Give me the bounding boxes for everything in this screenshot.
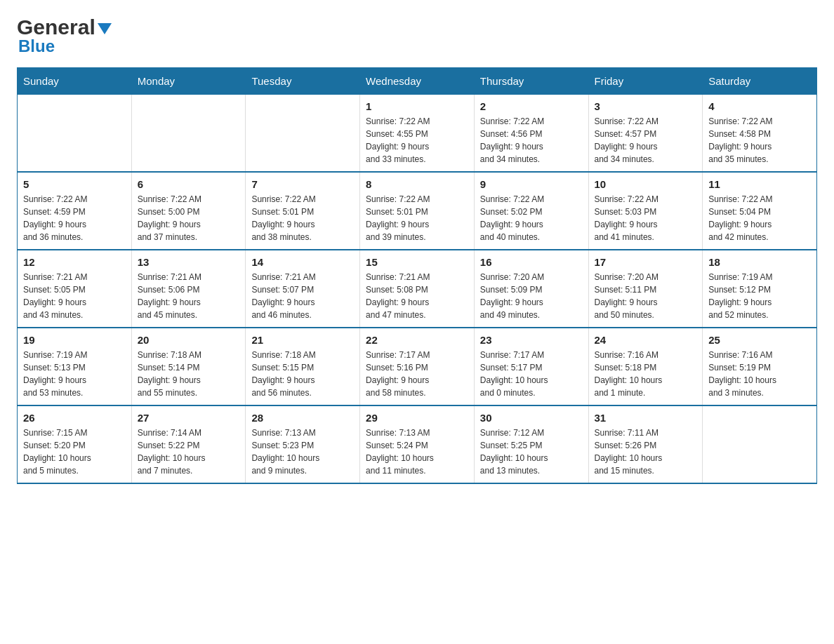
day-info: Sunrise: 7:21 AM Sunset: 5:06 PM Dayligh… — [138, 271, 240, 321]
week-row-5: 26Sunrise: 7:15 AM Sunset: 5:20 PM Dayli… — [18, 405, 817, 483]
logo-general-text: General — [17, 17, 95, 38]
day-info: Sunrise: 7:21 AM Sunset: 5:05 PM Dayligh… — [23, 271, 126, 321]
day-info: Sunrise: 7:22 AM Sunset: 5:00 PM Dayligh… — [138, 193, 240, 243]
logo-triangle-icon — [98, 23, 112, 34]
calendar-cell: 7Sunrise: 7:22 AM Sunset: 5:01 PM Daylig… — [246, 172, 360, 250]
calendar-cell: 16Sunrise: 7:20 AM Sunset: 5:09 PM Dayli… — [474, 250, 588, 328]
day-header-thursday: Thursday — [474, 68, 588, 95]
calendar-cell: 27Sunrise: 7:14 AM Sunset: 5:22 PM Dayli… — [131, 405, 246, 483]
calendar-cell: 11Sunrise: 7:22 AM Sunset: 5:04 PM Dayli… — [703, 172, 817, 250]
calendar-cell: 26Sunrise: 7:15 AM Sunset: 5:20 PM Dayli… — [18, 405, 132, 483]
day-info: Sunrise: 7:22 AM Sunset: 4:59 PM Dayligh… — [23, 193, 126, 243]
week-row-1: 1Sunrise: 7:22 AM Sunset: 4:55 PM Daylig… — [18, 95, 817, 173]
day-number: 11 — [708, 178, 811, 190]
day-info: Sunrise: 7:22 AM Sunset: 4:57 PM Dayligh… — [595, 115, 697, 166]
day-info: Sunrise: 7:11 AM Sunset: 5:26 PM Dayligh… — [595, 427, 697, 477]
day-number: 30 — [480, 412, 583, 424]
calendar-cell — [18, 95, 132, 173]
day-info: Sunrise: 7:20 AM Sunset: 5:11 PM Dayligh… — [595, 271, 697, 321]
day-info: Sunrise: 7:14 AM Sunset: 5:22 PM Dayligh… — [138, 427, 240, 477]
day-number: 3 — [595, 100, 697, 112]
calendar-body: 1Sunrise: 7:22 AM Sunset: 4:55 PM Daylig… — [18, 95, 817, 484]
day-number: 9 — [480, 178, 583, 190]
day-number: 25 — [708, 334, 811, 346]
day-header-tuesday: Tuesday — [246, 68, 360, 95]
day-info: Sunrise: 7:16 AM Sunset: 5:19 PM Dayligh… — [708, 349, 811, 399]
day-number: 22 — [366, 334, 468, 346]
calendar-cell: 6Sunrise: 7:22 AM Sunset: 5:00 PM Daylig… — [131, 172, 246, 250]
day-number: 28 — [251, 412, 354, 424]
day-number: 26 — [23, 412, 126, 424]
day-number: 4 — [708, 100, 811, 112]
calendar-cell — [246, 95, 360, 173]
day-number: 18 — [708, 256, 811, 268]
page-header: General Blue — [17, 17, 817, 56]
day-number: 16 — [480, 256, 583, 268]
calendar-cell: 31Sunrise: 7:11 AM Sunset: 5:26 PM Dayli… — [588, 405, 703, 483]
day-info: Sunrise: 7:17 AM Sunset: 5:16 PM Dayligh… — [366, 349, 468, 399]
calendar-cell: 22Sunrise: 7:17 AM Sunset: 5:16 PM Dayli… — [360, 328, 475, 405]
calendar-cell: 19Sunrise: 7:19 AM Sunset: 5:13 PM Dayli… — [18, 328, 132, 405]
calendar-table: SundayMondayTuesdayWednesdayThursdayFrid… — [17, 67, 817, 484]
day-header-row: SundayMondayTuesdayWednesdayThursdayFrid… — [18, 68, 817, 95]
day-number: 17 — [595, 256, 697, 268]
calendar-cell: 13Sunrise: 7:21 AM Sunset: 5:06 PM Dayli… — [131, 250, 246, 328]
calendar-cell: 18Sunrise: 7:19 AM Sunset: 5:12 PM Dayli… — [703, 250, 817, 328]
day-info: Sunrise: 7:19 AM Sunset: 5:12 PM Dayligh… — [708, 271, 811, 321]
day-info: Sunrise: 7:16 AM Sunset: 5:18 PM Dayligh… — [595, 349, 697, 399]
day-info: Sunrise: 7:18 AM Sunset: 5:14 PM Dayligh… — [138, 349, 240, 399]
day-number: 2 — [480, 100, 583, 112]
day-header-monday: Monday — [131, 68, 246, 95]
week-row-4: 19Sunrise: 7:19 AM Sunset: 5:13 PM Dayli… — [18, 328, 817, 405]
calendar-cell: 10Sunrise: 7:22 AM Sunset: 5:03 PM Dayli… — [588, 172, 703, 250]
calendar-cell: 14Sunrise: 7:21 AM Sunset: 5:07 PM Dayli… — [246, 250, 360, 328]
day-number: 27 — [138, 412, 240, 424]
day-number: 7 — [251, 178, 354, 190]
calendar-cell: 24Sunrise: 7:16 AM Sunset: 5:18 PM Dayli… — [588, 328, 703, 405]
day-info: Sunrise: 7:22 AM Sunset: 5:04 PM Dayligh… — [708, 193, 811, 243]
day-number: 24 — [595, 334, 697, 346]
day-number: 12 — [23, 256, 126, 268]
day-header-saturday: Saturday — [703, 68, 817, 95]
logo: General Blue — [17, 17, 112, 56]
day-number: 23 — [480, 334, 583, 346]
day-info: Sunrise: 7:13 AM Sunset: 5:23 PM Dayligh… — [251, 427, 354, 477]
calendar-cell: 2Sunrise: 7:22 AM Sunset: 4:56 PM Daylig… — [474, 95, 588, 173]
day-info: Sunrise: 7:21 AM Sunset: 5:07 PM Dayligh… — [251, 271, 354, 321]
calendar-cell: 9Sunrise: 7:22 AM Sunset: 5:02 PM Daylig… — [474, 172, 588, 250]
day-info: Sunrise: 7:20 AM Sunset: 5:09 PM Dayligh… — [480, 271, 583, 321]
day-number: 6 — [138, 178, 240, 190]
calendar-header: SundayMondayTuesdayWednesdayThursdayFrid… — [18, 68, 817, 95]
day-info: Sunrise: 7:18 AM Sunset: 5:15 PM Dayligh… — [251, 349, 354, 399]
day-info: Sunrise: 7:22 AM Sunset: 4:55 PM Dayligh… — [366, 115, 468, 166]
day-info: Sunrise: 7:22 AM Sunset: 5:01 PM Dayligh… — [251, 193, 354, 243]
day-number: 29 — [366, 412, 468, 424]
day-number: 8 — [366, 178, 468, 190]
day-number: 31 — [595, 412, 697, 424]
day-info: Sunrise: 7:12 AM Sunset: 5:25 PM Dayligh… — [480, 427, 583, 477]
day-number: 14 — [251, 256, 354, 268]
calendar-cell: 20Sunrise: 7:18 AM Sunset: 5:14 PM Dayli… — [131, 328, 246, 405]
day-info: Sunrise: 7:22 AM Sunset: 5:03 PM Dayligh… — [595, 193, 697, 243]
day-info: Sunrise: 7:19 AM Sunset: 5:13 PM Dayligh… — [23, 349, 126, 399]
calendar-cell: 23Sunrise: 7:17 AM Sunset: 5:17 PM Dayli… — [474, 328, 588, 405]
calendar-cell: 3Sunrise: 7:22 AM Sunset: 4:57 PM Daylig… — [588, 95, 703, 173]
calendar-cell: 8Sunrise: 7:22 AM Sunset: 5:01 PM Daylig… — [360, 172, 475, 250]
calendar-cell: 17Sunrise: 7:20 AM Sunset: 5:11 PM Dayli… — [588, 250, 703, 328]
calendar-cell — [131, 95, 246, 173]
calendar-cell — [703, 405, 817, 483]
day-header-friday: Friday — [588, 68, 703, 95]
calendar-cell: 21Sunrise: 7:18 AM Sunset: 5:15 PM Dayli… — [246, 328, 360, 405]
day-info: Sunrise: 7:13 AM Sunset: 5:24 PM Dayligh… — [366, 427, 468, 477]
day-number: 19 — [23, 334, 126, 346]
calendar-cell: 15Sunrise: 7:21 AM Sunset: 5:08 PM Dayli… — [360, 250, 475, 328]
calendar-cell: 25Sunrise: 7:16 AM Sunset: 5:19 PM Dayli… — [703, 328, 817, 405]
calendar-cell: 5Sunrise: 7:22 AM Sunset: 4:59 PM Daylig… — [18, 172, 132, 250]
day-header-sunday: Sunday — [18, 68, 132, 95]
day-number: 10 — [595, 178, 697, 190]
calendar-cell: 30Sunrise: 7:12 AM Sunset: 5:25 PM Dayli… — [474, 405, 588, 483]
day-header-wednesday: Wednesday — [360, 68, 475, 95]
day-number: 13 — [138, 256, 240, 268]
day-info: Sunrise: 7:17 AM Sunset: 5:17 PM Dayligh… — [480, 349, 583, 399]
day-number: 15 — [366, 256, 468, 268]
